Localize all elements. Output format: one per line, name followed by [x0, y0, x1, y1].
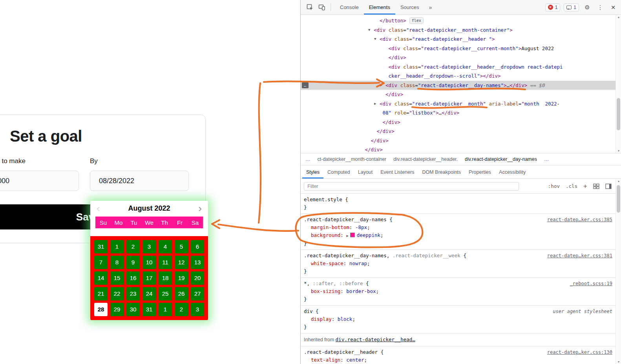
dom-line[interactable]: ▼<div class="react-datepicker__month-con…: [301, 25, 616, 35]
amount-input[interactable]: 10000: [0, 171, 79, 191]
day-cell[interactable]: 21: [94, 287, 108, 300]
day-cell[interactable]: 1: [110, 240, 124, 253]
dom-line[interactable]: </div>: [301, 90, 616, 99]
flex-badge[interactable]: flex: [409, 17, 424, 24]
dom-line[interactable]: </div>: [301, 118, 616, 127]
scrollbar-thumb[interactable]: [617, 98, 620, 130]
stylesheet-link[interactable]: react-datep…ker.css:130: [547, 348, 612, 356]
disclosure-arrow-icon[interactable]: ▼: [368, 25, 370, 35]
disclosure-arrow-icon[interactable]: ▶: [380, 81, 382, 90]
styles-tab-accessibility[interactable]: Accessibility: [495, 166, 530, 178]
dom-line[interactable]: cker__header__dropdown--scroll"></div>: [301, 71, 616, 81]
date-input[interactable]: 08/28/2022: [90, 171, 189, 191]
styles-tab-properties[interactable]: Properties: [465, 166, 495, 178]
day-cell[interactable]: 16: [126, 271, 140, 285]
issues-badge[interactable]: 1: [564, 4, 579, 11]
day-cell[interactable]: 30: [126, 303, 140, 316]
scroll-up-icon[interactable]: ▲: [616, 180, 621, 182]
day-cell[interactable]: 2: [175, 303, 188, 316]
console-errors-badge[interactable]: ✕ 1: [545, 4, 561, 11]
scroll-up-icon[interactable]: ▲: [616, 16, 621, 18]
elements-scrollbar[interactable]: ▲ ▼: [616, 15, 621, 153]
devtools-tab-console[interactable]: Console: [335, 0, 364, 15]
devtools-tab-sources[interactable]: Sources: [395, 0, 424, 15]
inspect-element-icon[interactable]: [305, 2, 316, 13]
styles-tab-event-listeners[interactable]: Event Listeners: [376, 166, 418, 178]
styles-scrollbar[interactable]: ▲ ▼: [616, 179, 621, 364]
dom-line[interactable]: ▶<div class="react-datepicker__month" ar…: [301, 99, 616, 109]
dom-line[interactable]: <div class="react-datepicker__current-mo…: [301, 44, 616, 53]
breadcrumb-item[interactable]: …: [544, 157, 549, 162]
css-declaration[interactable]: white-space: nowrap;: [304, 260, 612, 268]
day-cell[interactable]: 19: [175, 271, 188, 285]
day-cell[interactable]: 15: [110, 271, 124, 285]
next-month-icon[interactable]: ›: [198, 202, 202, 215]
selected-day-cell[interactable]: 28: [94, 303, 108, 316]
css-declaration[interactable]: text-align: center;: [304, 356, 612, 364]
computed-grid-icon[interactable]: [593, 184, 599, 189]
css-declaration[interactable]: background: ▶deeppink;: [304, 231, 612, 240]
dom-line[interactable]: …▶<div class="react-datepicker__day-name…: [301, 81, 616, 90]
breadcrumb-item[interactable]: …: [305, 157, 310, 162]
styles-tab-layout[interactable]: Layout: [354, 166, 377, 178]
scroll-down-icon[interactable]: ▼: [616, 360, 621, 363]
dom-overflow-pill[interactable]: …: [302, 82, 309, 88]
dom-line[interactable]: </button>flex: [301, 16, 616, 25]
day-cell[interactable]: 14: [94, 271, 108, 285]
disclosure-arrow-icon[interactable]: ▶: [374, 99, 376, 109]
kebab-menu-icon[interactable]: ⋮: [595, 4, 605, 11]
css-declaration[interactable]: margin-bottom: -8px;: [304, 224, 612, 231]
dom-line[interactable]: ▼<div class="react-datepicker__header ">: [301, 35, 616, 44]
day-cell[interactable]: 3: [191, 303, 204, 316]
scrollbar-thumb[interactable]: [617, 185, 620, 213]
dom-line[interactable]: <div class="react-datepicker__header__dr…: [301, 62, 616, 72]
expand-arrow-icon[interactable]: ▶: [346, 234, 348, 238]
day-cell[interactable]: 10: [142, 256, 156, 269]
breadcrumb-item[interactable]: ct-datepicker__month-container: [318, 157, 387, 162]
styles-tab-computed[interactable]: Computed: [323, 166, 354, 178]
day-cell[interactable]: 2: [126, 240, 140, 253]
device-toolbar-icon[interactable]: [316, 2, 327, 13]
dom-line[interactable]: </div>: [301, 127, 616, 136]
day-cell[interactable]: 8: [110, 256, 124, 269]
day-cell[interactable]: 29: [110, 303, 124, 316]
close-devtools-icon[interactable]: ✕: [608, 4, 618, 11]
new-style-rule-button[interactable]: +: [583, 183, 587, 189]
day-cell[interactable]: 31: [142, 303, 156, 316]
day-cell[interactable]: 25: [159, 287, 172, 300]
day-cell[interactable]: 31: [94, 240, 108, 253]
day-cell[interactable]: 9: [126, 256, 140, 269]
scroll-down-icon[interactable]: ▼: [616, 149, 621, 152]
dom-line[interactable]: 08" role="listbox">…</div>: [301, 108, 616, 118]
stylesheet-link[interactable]: react-datep…ker.css:381: [547, 252, 612, 260]
day-cell[interactable]: 4: [159, 240, 172, 253]
day-cell[interactable]: 1: [159, 303, 172, 316]
dom-line[interactable]: </div>: [301, 53, 616, 62]
day-cell[interactable]: 20: [191, 271, 204, 285]
day-cell[interactable]: 27: [191, 287, 204, 300]
day-cell[interactable]: 11: [159, 256, 172, 269]
styles-filter-input[interactable]: [304, 182, 519, 191]
more-tabs-icon[interactable]: »: [425, 4, 436, 11]
day-cell[interactable]: 7: [94, 256, 108, 269]
day-cell[interactable]: 5: [175, 240, 188, 253]
day-cell[interactable]: 3: [142, 240, 156, 253]
day-cell[interactable]: 24: [142, 287, 156, 300]
pseudo-state-toggle[interactable]: :hov: [548, 183, 560, 189]
sidebar-toggle-icon[interactable]: [605, 184, 612, 189]
day-cell[interactable]: 26: [175, 287, 188, 300]
day-cell[interactable]: 13: [191, 256, 204, 269]
day-cell[interactable]: 18: [159, 271, 172, 285]
day-cell[interactable]: 23: [126, 287, 140, 300]
breadcrumb-item[interactable]: div.react-datepicker__header.: [393, 157, 458, 162]
settings-gear-icon[interactable]: ⚙: [583, 4, 592, 11]
styles-tab-dom-breakpoints[interactable]: DOM Breakpoints: [418, 166, 465, 178]
stylesheet-link[interactable]: _reboot.scss:19: [570, 280, 612, 288]
color-swatch[interactable]: [350, 233, 355, 237]
breadcrumb-item[interactable]: div.react-datepicker__day-names: [465, 157, 537, 162]
element-classes-toggle[interactable]: .cls: [566, 183, 577, 189]
css-declaration[interactable]: box-sizing: border-box;: [304, 288, 612, 295]
devtools-tab-elements[interactable]: Elements: [364, 0, 395, 15]
day-cell[interactable]: 17: [142, 271, 156, 285]
dom-line[interactable]: </div>: [301, 145, 616, 153]
